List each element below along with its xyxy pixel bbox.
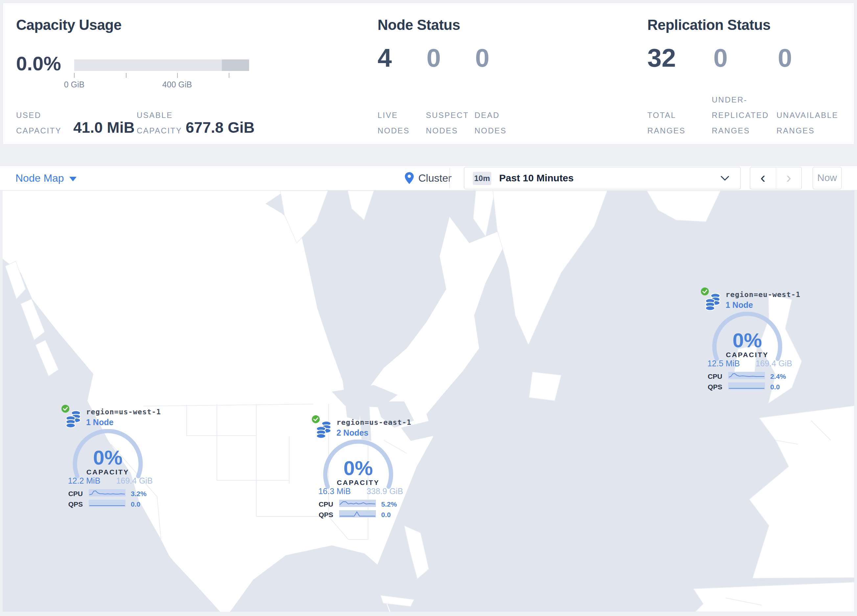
cpu-label: CPU [701,372,722,380]
axis-label-zero: 0 GiB [48,80,101,90]
used-capacity-label: USED CAPACITY [16,107,62,138]
cpu-label: CPU [311,500,333,508]
live-nodes-label: LIVE NODES [377,107,410,138]
region-total-capacity: 169.4 GiB [110,476,158,486]
capacity-bar [74,59,249,71]
capacity-bar-reserved-segment [222,59,249,71]
capacity-usage-panel: Capacity Usage 0.0% 0 GiB 400 GiB USED C… [3,3,364,144]
breadcrumb-label: Cluster [418,172,452,184]
capacity-gauge-label: CAPACITY [321,479,395,486]
suspect-nodes-label: SUSPECT NODES [426,107,469,138]
capacity-gauge-percent: 0% [710,329,784,352]
cpu-sparkline [339,500,376,507]
cluster-summary-card: Capacity Usage 0.0% 0 GiB 400 GiB USED C… [3,3,854,145]
unavailable-count: 0 [778,45,792,71]
time-pager: ‹ › [750,167,802,189]
capacity-usage-title: Capacity Usage [16,17,122,33]
region-used-capacity: 16.3 MiB [311,486,357,496]
chevron-down-icon [69,177,77,181]
dead-nodes-label: DEAD NODES [475,107,507,138]
map-toolbar: Node Map Cluster 10m Past 10 Minutes ‹ ›… [0,165,857,191]
view-dropdown[interactable]: Node Map [15,166,77,190]
capacity-gauge-percent: 0% [321,456,395,480]
view-dropdown-label: Node Map [15,172,64,184]
time-range-badge: 10m [473,172,491,185]
node-map: region=us-west-1 1 Node 0% CAPACITY 12.2… [3,191,854,612]
axis-tick [177,73,178,78]
database-icon [705,292,721,311]
region-label: region=us-east-1 [337,418,411,426]
usable-capacity-label: USABLE CAPACITY [137,107,182,138]
breadcrumb[interactable]: Cluster [405,166,452,190]
qps-sparkline [339,510,376,517]
qps-label: QPS [311,511,333,519]
used-capacity-value: 41.0 MiB [73,119,135,136]
node-status-panel: Node Status 4 0 0 LIVE NODES SUSPECT NOD… [377,3,634,144]
region-used-capacity: 12.5 MiB [701,359,747,368]
axis-tick [74,73,74,78]
region-node-count: 1 Node [726,300,753,310]
qps-value: 0.0 [770,383,780,391]
world-map [3,191,854,612]
database-icon [316,420,332,438]
chevron-down-icon [721,176,729,181]
region-marker-us-west-1[interactable]: region=us-west-1 1 Node 0% CAPACITY 12.2… [61,404,155,513]
replication-status-panel: Replication Status 32 0 0 TOTAL RANGES U… [647,3,855,144]
region-marker-eu-west-1[interactable]: region=eu-west-1 1 Node 0% CAPACITY 12.5… [701,287,794,395]
toolbar-divider [450,168,450,188]
qps-sparkline [89,500,125,507]
region-node-count: 2 Nodes [337,428,368,438]
time-range-label: Past 10 Minutes [499,167,574,189]
node-status-title: Node Status [377,17,460,33]
qps-label: QPS [701,383,722,391]
next-range-button[interactable]: › [776,167,802,189]
cpu-value: 5.2% [381,500,397,508]
qps-value: 0.0 [131,500,140,508]
dead-nodes-count: 0 [475,45,489,71]
region-node-count: 1 Node [86,418,113,427]
cpu-value: 3.2% [131,490,147,498]
capacity-percent: 0.0% [16,52,61,75]
region-label: region=us-west-1 [86,408,161,416]
prev-range-button[interactable]: ‹ [750,167,776,189]
qps-label: QPS [61,500,83,508]
region-total-capacity: 338.9 GiB [361,486,409,496]
qps-sparkline [728,383,765,390]
capacity-gauge-label: CAPACITY [71,468,145,476]
capacity-gauge-percent: 0% [71,446,145,469]
time-range-select[interactable]: 10m Past 10 Minutes [464,167,741,189]
map-pin-icon [405,172,414,184]
cpu-sparkline [728,372,765,379]
replication-status-title: Replication Status [647,17,770,33]
region-marker-us-east-1[interactable]: region=us-east-1 2 Nodes 0% CAPACITY 16.… [311,415,405,523]
region-label: region=eu-west-1 [726,290,800,299]
under-replicated-count: 0 [713,45,727,71]
axis-tick [126,73,127,78]
axis-label-400: 400 GiB [151,80,203,90]
region-total-capacity: 169.4 GiB [750,359,798,368]
unavailable-label: UNAVAILABLE RANGES [777,107,838,138]
axis-tick [229,73,229,78]
capacity-gauge-label: CAPACITY [710,351,784,359]
cpu-label: CPU [61,490,83,498]
database-icon [66,410,82,428]
suspect-nodes-count: 0 [427,45,441,71]
live-nodes-count: 4 [377,45,392,71]
total-ranges-label: TOTAL RANGES [647,107,685,138]
now-button[interactable]: Now [813,167,842,189]
qps-value: 0.0 [381,511,391,519]
cpu-value: 2.4% [770,372,786,380]
under-replicated-label: UNDER- REPLICATED RANGES [712,92,769,138]
usable-capacity-value: 677.8 GiB [186,119,255,136]
cpu-sparkline [89,489,125,496]
total-ranges-count: 32 [647,45,676,71]
region-used-capacity: 12.2 MiB [61,476,107,486]
